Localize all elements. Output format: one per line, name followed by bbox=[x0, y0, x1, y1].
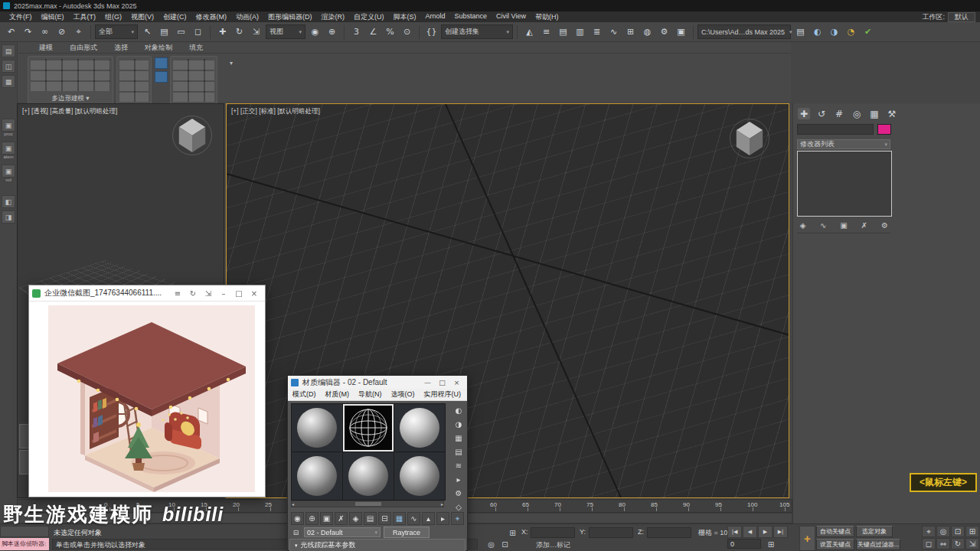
scene-explorer-icon[interactable]: ▤ bbox=[555, 24, 571, 40]
go-to-end-icon[interactable]: ▶| bbox=[773, 526, 788, 538]
select-and-rotate-icon[interactable]: ↻ bbox=[231, 24, 247, 40]
me-close-icon[interactable]: × bbox=[449, 377, 464, 388]
material-editor-menu-item[interactable]: 材质(M) bbox=[321, 390, 354, 399]
menu-item[interactable]: 动画(A) bbox=[231, 12, 263, 22]
use-pivot-center-icon[interactable]: ◉ bbox=[307, 24, 323, 40]
arnold-procedural-icon[interactable]: ▣ proc bbox=[0, 119, 17, 137]
menu-item[interactable]: 组(G) bbox=[100, 12, 126, 22]
viewer-rotate-icon[interactable]: ↻ bbox=[185, 286, 201, 300]
ribbon-button-grid[interactable] bbox=[173, 59, 214, 102]
schematic-view-icon[interactable]: ⊞ bbox=[622, 24, 639, 40]
isolate-selection-icon[interactable]: ◎ bbox=[485, 539, 497, 549]
remove-modifier-icon[interactable]: ✗ bbox=[858, 220, 870, 230]
zoom-extents-all-icon[interactable]: ⊞ bbox=[965, 526, 979, 537]
me-maximize-icon[interactable]: □ bbox=[435, 377, 449, 388]
pan-icon[interactable]: ⇔ bbox=[936, 538, 950, 549]
play-icon[interactable]: ▶ bbox=[758, 526, 773, 538]
ribbon-tab[interactable]: 建模 bbox=[32, 42, 60, 53]
render-iterative-icon[interactable]: ◑ bbox=[826, 24, 842, 40]
put-to-scene-icon[interactable]: ⊕ bbox=[305, 512, 318, 525]
mirror-icon[interactable]: ◭ bbox=[521, 24, 537, 40]
unlink-selection-icon[interactable]: ⊘ bbox=[54, 24, 70, 40]
reference-coordinate-dropdown[interactable]: 视图 ▾ bbox=[266, 24, 305, 39]
zoom-all-icon[interactable]: ◎ bbox=[936, 526, 950, 537]
dock-icon-a[interactable]: ◧ bbox=[2, 195, 15, 208]
ribbon-toggle-icon[interactable]: ≣ bbox=[589, 24, 605, 40]
select-by-name-icon[interactable]: ▤ bbox=[156, 24, 172, 40]
make-unique-material-icon[interactable]: ◈ bbox=[349, 512, 362, 525]
make-unique-icon[interactable]: ▣ bbox=[838, 220, 850, 230]
layer-explorer-icon[interactable]: ▥ bbox=[572, 24, 588, 40]
material-name-dropdown[interactable]: 02 - Default ▾ bbox=[304, 527, 381, 537]
render-setup-icon[interactable]: ⚙ bbox=[656, 24, 672, 40]
scene-health-check-icon[interactable]: ✔ bbox=[860, 24, 876, 40]
ribbon-group-caption[interactable]: 多边形建模 ▾ bbox=[28, 93, 113, 103]
menu-item[interactable]: 修改器(M) bbox=[191, 12, 232, 22]
material-id-channel-icon[interactable]: ⊟ bbox=[378, 512, 391, 525]
menu-item[interactable]: Arnold bbox=[421, 12, 450, 22]
coord-y-field[interactable] bbox=[589, 527, 633, 538]
menu-item[interactable]: 编辑(E) bbox=[37, 12, 69, 22]
rect-selection-region-icon[interactable]: ▭ bbox=[173, 24, 189, 40]
hierarchy-tab-icon[interactable]: # bbox=[833, 108, 845, 119]
pin-stack-icon[interactable]: ◈ bbox=[797, 220, 808, 230]
viewer-close-icon[interactable]: × bbox=[247, 286, 262, 300]
cloud-render-icon[interactable]: ◔ bbox=[843, 24, 859, 40]
arnold-volume-icon[interactable]: ▣ vol bbox=[0, 165, 17, 183]
slot-scrollbar[interactable]: ◂ ▸ bbox=[291, 500, 444, 507]
auto-key-button[interactable]: 自动关键点 bbox=[816, 526, 854, 537]
rendered-frame-icon[interactable]: ▣ bbox=[673, 24, 689, 40]
viewport-label[interactable]: [+] [透视] [高质量] [默认明暗处理] bbox=[22, 107, 117, 116]
snaps-toggle-icon[interactable]: 3 bbox=[348, 24, 364, 40]
object-color-swatch[interactable] bbox=[877, 124, 891, 135]
maxscript-mini-listener[interactable]: 脚本迷你侦听器: bbox=[0, 538, 49, 550]
configure-modifier-sets-icon[interactable]: ⚙ bbox=[879, 220, 890, 230]
render-production-icon[interactable]: ◐ bbox=[809, 24, 825, 40]
video-color-check-icon[interactable]: ≋ bbox=[452, 460, 465, 471]
go-forward-sibling-icon[interactable]: ▸ bbox=[436, 512, 449, 525]
material-slot[interactable] bbox=[343, 452, 394, 500]
ribbon-tab[interactable]: 选择 bbox=[107, 42, 135, 53]
viewer-fullscreen-icon[interactable]: ⇲ bbox=[201, 286, 216, 300]
use-selection-center-icon[interactable]: ⊕ bbox=[324, 24, 340, 40]
dock-icon-b[interactable]: ◨ bbox=[2, 210, 15, 223]
material-editor-icon[interactable]: ◍ bbox=[639, 24, 655, 40]
zoom-extents-icon[interactable]: ⊡ bbox=[951, 526, 965, 537]
selected-objects-button[interactable]: 选定对象 bbox=[856, 526, 893, 537]
named-selection-set-dropdown[interactable]: 创建选择集 ▾ bbox=[441, 24, 513, 39]
viewport-label[interactable]: [+] [正交] [标准] [默认明暗处理] bbox=[231, 107, 320, 116]
scroll-left-icon[interactable]: ◂ bbox=[292, 501, 294, 507]
sample-tiling-icon[interactable]: ▤ bbox=[452, 446, 465, 457]
show-end-result-icon[interactable]: ∿ bbox=[818, 220, 829, 230]
add-time-tag[interactable]: 添加…标记 bbox=[536, 540, 570, 550]
viewport-layout-tab-icon[interactable]: ▤ bbox=[2, 44, 15, 57]
time-configuration-icon[interactable]: ⊞ bbox=[765, 539, 777, 549]
show-map-in-viewport-icon[interactable]: ▦ bbox=[393, 512, 406, 525]
zoom-region-icon[interactable]: ◻ bbox=[922, 538, 936, 549]
material-editor-titlebar[interactable]: 材质编辑器 - 02 - Default —□× bbox=[288, 376, 467, 389]
sample-type-icon[interactable]: ◐ bbox=[452, 405, 465, 416]
absolute-offset-mode-icon[interactable]: ⊞ bbox=[507, 527, 518, 538]
menu-item[interactable]: 自定义(U) bbox=[349, 12, 389, 22]
menu-item[interactable]: 帮助(H) bbox=[531, 12, 564, 22]
image-viewer-titlebar[interactable]: 企业微信截图_17476344066111.... ≡↻⇲–□× bbox=[29, 285, 265, 302]
go-to-start-icon[interactable]: |◀ bbox=[727, 526, 742, 538]
coord-z-field[interactable] bbox=[647, 527, 691, 538]
material-editor-menu-item[interactable]: 选项(O) bbox=[387, 390, 420, 399]
create-tab-icon[interactable]: ✚ bbox=[798, 108, 810, 119]
go-to-parent-icon[interactable]: ▴ bbox=[422, 512, 435, 525]
project-folder-icon[interactable]: ▤ bbox=[792, 24, 808, 40]
material-editor-menu-item[interactable]: 实用程序(U) bbox=[420, 390, 466, 399]
menu-item[interactable]: 创建(C) bbox=[158, 12, 191, 22]
ribbon-button-grid[interactable] bbox=[31, 59, 110, 91]
modifier-stack[interactable] bbox=[797, 151, 892, 217]
select-by-material-icon[interactable]: ◇ bbox=[452, 501, 465, 512]
ribbon-tab[interactable]: 自由形式 bbox=[63, 42, 104, 53]
put-to-library-icon[interactable]: ▤ bbox=[364, 512, 377, 525]
modify-tab-icon[interactable]: ↺ bbox=[815, 108, 828, 119]
sample-background-icon[interactable]: ▦ bbox=[452, 432, 465, 443]
scrollbar-thumb[interactable] bbox=[355, 502, 381, 506]
zoom-icon[interactable]: ⌖ bbox=[922, 526, 936, 537]
material-slot[interactable] bbox=[292, 404, 342, 452]
ribbon-collapse-icon[interactable]: ▾ bbox=[230, 60, 233, 67]
